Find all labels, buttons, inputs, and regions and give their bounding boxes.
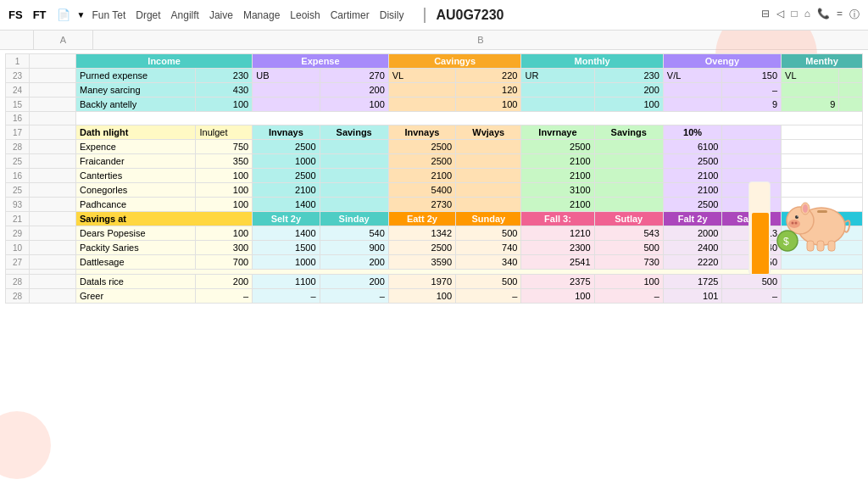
svg-point-2 [788, 220, 800, 228]
savings-row-10: 10 Packity Saries 300 1500 900 2500 740 … [6, 241, 863, 255]
savings-row-28b: 28 Greer – – – 100 – 100 – 101 – [6, 289, 863, 304]
dath-row-25b: 25 Conegorles 100 2100 5400 3100 2100 [6, 183, 863, 198]
icon-share[interactable]: ◁ [776, 8, 784, 22]
dath-row-16: 16 Canterties 100 2500 2100 2100 2100 [6, 169, 863, 183]
savings-row-27: 27 Dattlesage 700 1000 200 3590 340 2541… [6, 255, 863, 270]
dath-row-28: 28 Expence 750 2500 2500 2500 6100 [6, 140, 863, 154]
icon-equals[interactable]: = [837, 8, 843, 22]
nav-leoish[interactable]: Leoish [290, 9, 320, 21]
topbar-right-icons: ⊟ ◁ □ ⌂ 📞 = ⓘ [761, 8, 860, 22]
data-row-15: 15 Backly antelly 100 100 100 100 9 9 [6, 98, 863, 112]
header-row: 1 Income Expense Cavingys Monthly Ovengy… [6, 54, 863, 69]
header-income: Income [76, 54, 253, 69]
topbar: FS FT 📄 ▼ Fun Tet Drget Angilft Jaive Ma… [0, 0, 868, 31]
spreadsheet: A B 1 Income Expense Cavingys Monthly Ov… [0, 31, 868, 496]
icon-home[interactable]: ⌂ [804, 8, 810, 22]
icon-save[interactable]: ⊟ [761, 8, 770, 22]
rownum-1: 1 [6, 54, 30, 69]
pig-svg: $ [775, 180, 860, 256]
svg-point-6 [797, 215, 798, 216]
data-row-24: 24 Maney sarcing 430 200 120 200 – [6, 83, 863, 98]
nav-cartimer[interactable]: Cartimer [331, 9, 370, 21]
header-menthy: Menthy [782, 54, 863, 69]
savings-header: 21 Savings at Selt 2y Sinday Eatt 2y Sun… [6, 212, 863, 226]
svg-rect-10 [817, 241, 824, 251]
data-row-23: 23 Purned expense 230 UB 270 VL 220 UR 2… [6, 69, 863, 83]
main-table: 1 Income Expense Cavingys Monthly Ovengy… [5, 53, 863, 304]
brand-fs: FS [8, 8, 23, 21]
nav-funtet[interactable]: Fun Tet [92, 9, 125, 21]
col-header-A: A [34, 31, 93, 49]
dath-row-93: 93 Padhcance 100 1400 2730 2100 2500 [6, 198, 863, 212]
nav-disily[interactable]: Disily [380, 9, 404, 21]
icon-info[interactable]: ⓘ [849, 8, 860, 22]
col-a-1 [30, 54, 76, 69]
svg-rect-12 [817, 210, 827, 213]
dath-row-25: 25 Fraicander 350 1000 2500 2100 2500 [6, 154, 863, 169]
svg-point-4 [795, 222, 798, 225]
savings-row-29: 29 Dears Popesise 100 1400 540 1342 500 … [6, 226, 863, 241]
app-id: AU0G7230 [424, 8, 504, 23]
svg-point-3 [792, 222, 794, 225]
pig-illustration: $ [775, 180, 860, 256]
nav-jaive[interactable]: Jaive [209, 9, 233, 21]
bar-chart-bar [752, 213, 769, 274]
nav-drget[interactable]: Drget [136, 9, 160, 21]
topbar-nav: Fun Tet Drget Angilft Jaive Manage Leois… [92, 9, 403, 21]
header-expense: Expense [253, 54, 389, 69]
bar-chart [748, 181, 771, 275]
svg-text:$: $ [783, 236, 789, 248]
svg-rect-9 [807, 241, 814, 251]
header-cavings: Cavingys [388, 54, 521, 69]
file-icon[interactable]: 📄 [57, 8, 70, 21]
brand-ft: FT [33, 8, 47, 21]
svg-rect-11 [828, 241, 835, 251]
dropdown-icon[interactable]: ▼ [77, 10, 86, 20]
icon-doc[interactable]: □ [791, 8, 797, 22]
nav-angilft[interactable]: Angilft [171, 9, 199, 21]
dath-header: 17 Dath nlight Inulget Invnays Savings I… [6, 125, 863, 140]
svg-point-1 [787, 207, 814, 234]
svg-point-8 [803, 204, 808, 213]
grid-area: 1 Income Expense Cavingys Monthly Ovengy… [0, 50, 868, 307]
header-ovengy: Ovengy [663, 54, 781, 69]
deco-circle-bl [0, 411, 51, 479]
icon-phone[interactable]: 📞 [817, 8, 830, 22]
empty-row-16: 16 [6, 112, 863, 125]
col-header-rownum [0, 31, 34, 49]
nav-manage[interactable]: Manage [243, 9, 280, 21]
header-monthly: Monthly [521, 54, 663, 69]
savings-row-28a: 28 Datals rice 200 1100 200 1970 500 237… [6, 275, 863, 289]
